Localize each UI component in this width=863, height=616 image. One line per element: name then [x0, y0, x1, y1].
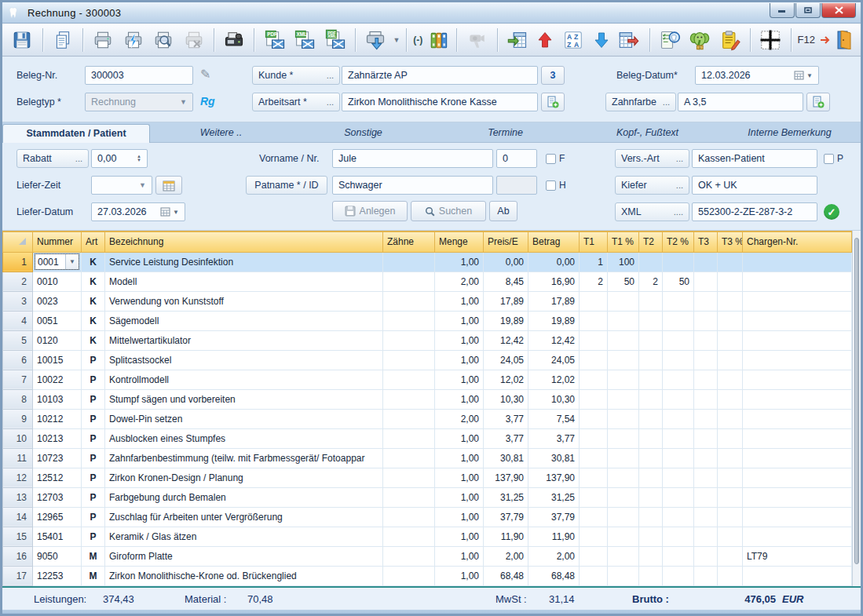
move-down-button[interactable] [590, 27, 613, 53]
export-pdf-xml-button[interactable]: PDFXML [321, 27, 349, 53]
select-all-header[interactable] [3, 231, 33, 252]
kunde-field[interactable]: Zahnärzte AP [342, 66, 538, 85]
cell-charge[interactable]: LT79 [743, 546, 852, 566]
arbeitsart-add-button[interactable] [541, 93, 565, 111]
cell-charge[interactable] [743, 468, 852, 487]
cell-art[interactable]: P [82, 487, 105, 507]
cell-betrag[interactable]: 137,90 [528, 468, 580, 487]
cell-t1p[interactable]: 50 [608, 272, 639, 291]
cell-t3[interactable] [694, 370, 718, 389]
cell-t3p[interactable] [718, 272, 743, 291]
cell-menge[interactable]: 1,00 [435, 487, 484, 507]
patname-field[interactable]: Schwager [332, 176, 493, 195]
cell-charge[interactable] [743, 448, 852, 468]
cell-t1[interactable] [580, 389, 608, 409]
export-pdf-button[interactable]: PDF [261, 27, 288, 53]
cell-nummer[interactable]: 15401 [33, 527, 82, 546]
cell-betrag[interactable]: 12,42 [528, 330, 580, 350]
cell-t1[interactable] [580, 370, 608, 389]
cell-nummer[interactable]: 10212 [33, 409, 82, 428]
cell-t3p[interactable] [718, 448, 743, 468]
cell-bezeichnung[interactable]: Stumpf sägen und vorbereiten [105, 389, 383, 409]
cell-preis[interactable]: 0,00 [484, 252, 528, 272]
cell-art[interactable]: K [82, 272, 105, 291]
cell-t3[interactable] [694, 428, 718, 448]
cell-t3p[interactable] [718, 546, 743, 566]
cell-betrag[interactable]: 16,90 [528, 272, 580, 291]
column-header[interactable]: T2 % [663, 231, 694, 252]
cell-bezeichnung[interactable]: Verwendung von Kunststoff [105, 291, 383, 311]
cell-menge[interactable]: 1,00 [435, 428, 484, 448]
cell-t2p[interactable]: 50 [663, 272, 694, 291]
move-up-button[interactable] [534, 27, 557, 53]
cell-zaehne[interactable] [383, 370, 435, 389]
cell-betrag[interactable]: 10,30 [528, 389, 580, 409]
binders-button[interactable] [427, 27, 450, 53]
calendar-icon[interactable]: ▼ [794, 71, 813, 80]
spinner-icon[interactable]: ▲▼ [137, 155, 141, 162]
cell-art[interactable]: P [82, 507, 105, 527]
notes-button[interactable] [717, 27, 744, 53]
cell-nummer[interactable]: 12965 [33, 507, 82, 527]
cell-nummer[interactable]: 10103 [33, 389, 82, 409]
arbeitsart-field[interactable]: Zirkon Monolithische Krone Kasse [342, 93, 538, 111]
cell-t1p[interactable] [608, 487, 639, 507]
cell-zaehne[interactable] [383, 311, 435, 330]
cell-t3[interactable] [694, 389, 718, 409]
ab-button[interactable]: Ab [489, 201, 517, 221]
cell-t2[interactable] [639, 566, 663, 585]
checkbox-box[interactable] [546, 154, 556, 164]
cell-menge[interactable]: 1,00 [435, 330, 484, 350]
checkbox-box[interactable] [546, 180, 556, 191]
cell-nummer[interactable]: 12253 [33, 566, 82, 585]
cell-charge[interactable] [743, 330, 852, 350]
cell-art[interactable]: M [82, 546, 105, 566]
cell-t2p[interactable] [663, 311, 694, 330]
cell-zaehne[interactable] [383, 487, 435, 507]
row-number[interactable]: 14 [3, 507, 33, 527]
cell-t1p[interactable] [608, 527, 639, 546]
cell-bezeichnung[interactable]: Modell [105, 272, 383, 291]
cell-menge[interactable]: 1,00 [435, 311, 484, 330]
cell-t1p[interactable] [608, 350, 639, 370]
cell-t3[interactable] [694, 468, 718, 487]
cell-charge[interactable] [743, 527, 852, 546]
cell-t3p[interactable] [718, 370, 743, 389]
cell-zaehne[interactable] [383, 252, 435, 272]
cell-nummer[interactable]: 0001▼ [33, 252, 82, 272]
cell-t1[interactable] [580, 311, 608, 330]
cell-t1[interactable] [580, 428, 608, 448]
cell-t1p[interactable]: 100 [608, 252, 639, 272]
row-delete-button[interactable] [616, 27, 643, 53]
suchen-button[interactable]: Suchen [411, 201, 486, 221]
cell-t2p[interactable] [663, 370, 694, 389]
cell-t3[interactable] [694, 272, 718, 291]
cell-art[interactable]: P [82, 389, 105, 409]
cell-t2p[interactable] [663, 291, 694, 311]
cell-t3p[interactable] [718, 291, 743, 311]
cell-bezeichnung[interactable]: Giroform Platte [105, 546, 383, 566]
patname-button[interactable]: Patname * / ID [246, 176, 327, 195]
cell-charge[interactable] [743, 566, 852, 585]
cell-preis[interactable]: 68,48 [484, 566, 528, 585]
cell-t3[interactable] [694, 291, 718, 311]
column-header[interactable]: Nummer [33, 231, 82, 252]
column-header[interactable]: Preis/E [484, 231, 528, 252]
cell-menge[interactable]: 2,00 [435, 272, 484, 291]
cell-preis[interactable]: 17,89 [484, 291, 528, 311]
cell-menge[interactable]: 1,00 [435, 527, 484, 546]
calendar-icon[interactable]: ▼ [160, 207, 179, 217]
row-number[interactable]: 12 [3, 468, 33, 487]
cell-nummer[interactable]: 0051 [33, 311, 82, 330]
cell-bezeichnung[interactable]: Farbgebung durch Bemalen [105, 487, 383, 507]
cell-bezeichnung[interactable]: Dowel-Pin setzen [105, 409, 383, 428]
table-row[interactable]: 30023KVerwendung von Kunststoff1,0017,89… [3, 291, 852, 311]
cell-t1[interactable] [580, 468, 608, 487]
zahnfarbe-button[interactable]: Zahnfarbe... [605, 93, 676, 111]
cell-art[interactable]: M [82, 566, 105, 585]
cell-zaehne[interactable] [383, 448, 435, 468]
cell-art[interactable]: P [82, 409, 105, 428]
cell-zaehne[interactable] [383, 291, 435, 311]
cell-art[interactable]: P [82, 428, 105, 448]
cell-betrag[interactable]: 68,48 [528, 566, 580, 585]
